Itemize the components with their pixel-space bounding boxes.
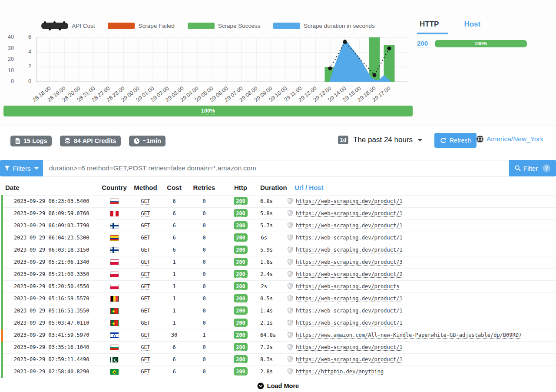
header-method[interactable]: Method <box>130 182 161 196</box>
method-link[interactable]: GET <box>141 210 150 217</box>
help-icon[interactable]: ? <box>543 164 550 172</box>
http-status-badge[interactable]: 200 <box>234 367 248 375</box>
filters-dropdown-button[interactable]: Filters <box>0 160 43 176</box>
method-link[interactable]: GET <box>141 198 150 205</box>
api-cost-point[interactable] <box>343 40 347 44</box>
header-cost[interactable]: Cost <box>161 182 187 196</box>
url-link[interactable]: https://web-scraping.dev/product/2 <box>296 271 403 277</box>
table-row[interactable]: 2023-09-29 05:16:59.5570GET102000.5shttp… <box>2 293 556 305</box>
url-link[interactable]: https://web-scraping.dev/product/1 <box>296 223 403 229</box>
country-flag-icon <box>110 357 119 362</box>
header-http[interactable]: Http <box>221 182 260 196</box>
http-status-badge[interactable]: 200 <box>234 270 248 278</box>
tab-http[interactable]: HTTP <box>417 19 448 34</box>
method-link[interactable]: GET <box>141 296 150 302</box>
api-cost-point[interactable] <box>328 66 332 70</box>
table-row[interactable]: 2023-09-29 02:58:40.8290GET602002.8shttp… <box>2 366 556 378</box>
table-row[interactable]: 2023-09-29 06:09:59.0760GET602005.8shttp… <box>2 208 556 220</box>
http-status-badge[interactable]: 200 <box>234 233 248 242</box>
method-link[interactable]: GET <box>141 235 150 241</box>
country-flag-icon <box>110 211 119 216</box>
http-status-badge[interactable]: 200 <box>234 197 248 205</box>
http-cell: 200 <box>221 208 260 220</box>
country-cell <box>99 293 130 305</box>
http-status-badge[interactable]: 200 <box>234 246 248 254</box>
method-link[interactable]: GET <box>141 247 150 253</box>
url-link[interactable]: https://web-scraping.dev/product/3 <box>296 259 403 265</box>
table-row[interactable]: 2023-09-29 03:35:16.1040GET602007.2shttp… <box>2 342 556 354</box>
url-link[interactable]: https://web-scraping.dev/product/1 <box>296 320 403 326</box>
method-link[interactable]: GET <box>141 259 150 266</box>
http-status-badge[interactable]: 200 <box>234 221 248 229</box>
url-link[interactable]: https://httpbin.dev/anything <box>296 369 384 375</box>
method-link[interactable]: GET <box>141 344 150 351</box>
method-link[interactable]: GET <box>141 283 150 290</box>
url-link[interactable]: https://web-scraping.dev/product/1 <box>296 198 403 204</box>
legend-item[interactable]: Scrape Failed <box>108 23 174 29</box>
cost-cell: 6 <box>161 354 187 366</box>
http-status-badge[interactable]: 200 <box>234 355 248 363</box>
stats-toolbar: 15 Logs 84 API Credits ~1min 1d The past… <box>0 126 556 152</box>
api-cost-point[interactable] <box>373 73 377 77</box>
table-row[interactable]: 2023-09-29 05:03:47.0110GET102002.1shttp… <box>2 317 556 329</box>
http-status-badge[interactable]: 200 <box>234 282 248 290</box>
api-cost-point[interactable] <box>387 47 391 50</box>
legend-item[interactable]: Scrape duration in seconds <box>273 23 375 29</box>
refresh-button[interactable]: Refresh <box>434 133 477 148</box>
country-flag-icon <box>110 369 119 375</box>
url-link[interactable]: https://web-scraping.dev/product/1 <box>296 247 403 253</box>
filter-apply-button[interactable]: Filter <box>515 165 538 172</box>
table-header-row: Date Country Method Cost Retries Http Du… <box>2 182 556 196</box>
http-status-badge[interactable]: 200 <box>234 258 248 266</box>
table-row[interactable]: 2023-09-29 05:16:51.3550GET102001.4shttp… <box>2 305 556 317</box>
table-row[interactable]: 2023-09-29 06:03:18.3150GET602005.9shttp… <box>2 244 556 256</box>
legend-item[interactable]: Scrape Success <box>188 23 261 29</box>
header-date[interactable]: Date <box>2 182 99 196</box>
method-link[interactable]: GET <box>141 308 150 314</box>
status-percent-bar: 100% <box>435 40 527 47</box>
url-link[interactable]: https://web-scraping.dev/product/1 <box>296 235 403 241</box>
url-link[interactable]: https://web-scraping.dev/product/1 <box>296 296 403 302</box>
method-link[interactable]: GET <box>141 223 150 229</box>
table-row[interactable]: 2023-09-29 06:04:23.5300GET602006shttps:… <box>2 232 556 244</box>
table-row[interactable]: 2023-09-29 06:23:03.5400GET602006.8shttp… <box>2 196 556 208</box>
status-code-link[interactable]: 200 <box>417 40 428 47</box>
header-retries[interactable]: Retries <box>187 182 221 196</box>
duration-cell: 2.4s <box>260 269 286 281</box>
table-row[interactable]: 2023-09-29 06:09:03.7790GET602005.7shttp… <box>2 220 556 232</box>
timezone-link[interactable]: America/New_York <box>486 135 543 143</box>
http-status-badge[interactable]: 200 <box>234 306 248 315</box>
http-status-badge[interactable]: 200 <box>234 331 248 339</box>
table-row[interactable]: 2023-09-29 05:21:00.3350GET102002.4shttp… <box>2 269 556 281</box>
url-link[interactable]: https://web-scraping.dev/product/1 <box>296 344 403 350</box>
table-row[interactable]: 2023-09-29 02:59:11.4490GET602008.3shttp… <box>2 354 556 366</box>
method-link[interactable]: GET <box>141 320 150 326</box>
method-link[interactable]: GET <box>141 271 150 278</box>
country-flag-icon <box>110 320 119 326</box>
url-link[interactable]: https://web-scraping.dev/product/1 <box>296 356 403 362</box>
http-status-badge[interactable]: 200 <box>234 319 248 327</box>
header-url-host[interactable]: Url / Host <box>286 182 556 196</box>
method-link[interactable]: GET <box>141 369 150 375</box>
method-link[interactable]: GET <box>141 356 150 363</box>
header-country[interactable]: Country <box>99 182 130 196</box>
table-row[interactable]: 2023-09-29 05:21:06.1340GET102001.8shttp… <box>2 256 556 269</box>
url-link[interactable]: https://www.amazon.com/All-new-Kindle-Pa… <box>296 332 522 338</box>
legend-item[interactable]: API Cost <box>41 23 95 29</box>
http-status-badge[interactable]: 200 <box>234 294 248 302</box>
country-cell <box>99 196 130 208</box>
http-status-badge[interactable]: 200 <box>234 209 248 217</box>
url-link[interactable]: https://web-scraping.dev/product/1 <box>296 308 403 314</box>
url-link[interactable]: https://web-scraping.dev/products <box>296 283 399 289</box>
http-status-badge[interactable]: 200 <box>234 343 248 351</box>
header-duration[interactable]: Duration <box>260 182 286 196</box>
timezone-selector[interactable]: America/New_York <box>476 135 543 143</box>
load-more-button[interactable]: Load More <box>255 382 301 390</box>
filter-query-input[interactable] <box>43 160 509 176</box>
url-link[interactable]: https://web-scraping.dev/product/1 <box>296 210 403 216</box>
table-row[interactable]: 2023-09-29 03:41:59.5970GET30120064.8sht… <box>2 329 556 342</box>
time-range-select[interactable]: 1d The past 24 hours <box>338 136 422 144</box>
table-row[interactable]: 2023-09-29 05:20:50.4550GET102002shttps:… <box>2 281 556 293</box>
tab-host[interactable]: Host <box>464 19 480 34</box>
method-link[interactable]: GET <box>141 332 150 339</box>
